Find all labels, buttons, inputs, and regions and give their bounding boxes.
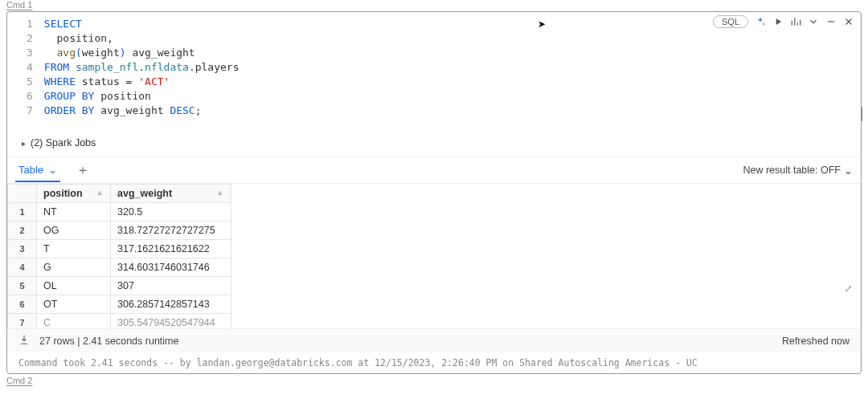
chevron-down-icon[interactable] bbox=[808, 16, 819, 27]
row-number: 5 bbox=[8, 277, 37, 295]
language-pill[interactable]: SQL bbox=[713, 15, 748, 28]
sort-icon: ▲ bbox=[216, 188, 224, 197]
code-editor[interactable]: 1 2 3 4 5 6 7 SELECT position, avg(weigh… bbox=[7, 12, 861, 132]
spark-jobs-toggle[interactable]: ▸ (2) Spark Jobs bbox=[7, 132, 861, 157]
sort-icon: ▲ bbox=[96, 188, 104, 197]
chart-icon[interactable] bbox=[790, 16, 801, 27]
cell-avg-weight: 317.1621621621622 bbox=[111, 240, 231, 258]
run-icon[interactable] bbox=[772, 16, 784, 27]
cell-position: G bbox=[37, 258, 111, 277]
next-cell-label: Cmd 2 bbox=[0, 376, 868, 387]
column-header-position[interactable]: position▲ bbox=[37, 185, 111, 203]
expand-icon[interactable]: ⤢ bbox=[844, 283, 853, 295]
table-row[interactable]: 5 OL 307 bbox=[8, 277, 231, 295]
table-row[interactable]: 7 C 305.54794520547944 bbox=[8, 314, 231, 329]
cell-position: T bbox=[37, 240, 111, 258]
chevron-down-icon: ⌄ bbox=[844, 165, 853, 177]
results-footer: 27 rows | 2.41 seconds runtime Refreshed… bbox=[7, 328, 861, 352]
assist-icon[interactable] bbox=[755, 16, 766, 27]
tab-table[interactable]: Table ⌄ bbox=[15, 159, 60, 182]
table-row[interactable]: 6 OT 306.2857142857143 bbox=[8, 295, 231, 314]
cell-position: OG bbox=[37, 222, 111, 240]
minimize-icon[interactable] bbox=[825, 16, 837, 27]
cell-avg-weight: 314.6031746031746 bbox=[111, 258, 231, 277]
code-content[interactable]: SELECT position, avg(weight) avg_weight … bbox=[44, 17, 861, 118]
results-table-container: position▲ avg_weight▲ 1 NT 320.52 OG 318… bbox=[7, 184, 861, 328]
cell-toolbar: SQL bbox=[713, 15, 854, 28]
cell-avg-weight: 306.2857142857143 bbox=[111, 295, 231, 314]
row-number: 2 bbox=[8, 222, 37, 240]
table-row[interactable]: 1 NT 320.5 bbox=[8, 203, 231, 222]
row-number: 6 bbox=[8, 295, 37, 314]
results-table: position▲ avg_weight▲ 1 NT 320.52 OG 318… bbox=[7, 184, 231, 328]
line-number-gutter: 1 2 3 4 5 6 7 bbox=[7, 17, 44, 118]
cell-avg-weight: 318.72727272727275 bbox=[111, 222, 231, 240]
table-header-row: position▲ avg_weight▲ bbox=[8, 185, 231, 203]
table-row[interactable]: 3 T 317.1621621621622 bbox=[8, 240, 231, 258]
column-header-avg-weight[interactable]: avg_weight▲ bbox=[111, 185, 231, 203]
command-meta: Command took 2.41 seconds -- by landan.g… bbox=[7, 352, 861, 373]
cell-position: NT bbox=[37, 203, 111, 222]
add-tab-button[interactable]: ＋ bbox=[72, 162, 94, 179]
download-icon[interactable] bbox=[18, 334, 30, 348]
close-icon[interactable] bbox=[843, 16, 854, 27]
cell-position: OT bbox=[37, 295, 111, 314]
chevron-down-icon: ⌄ bbox=[48, 164, 57, 176]
table-row[interactable]: 4 G 314.6031746031746 bbox=[8, 258, 231, 277]
resize-handle[interactable] bbox=[861, 107, 862, 121]
row-number: 4 bbox=[8, 258, 37, 277]
notebook-cell: ➤ SQL 1 2 3 4 5 6 7 bbox=[6, 11, 862, 374]
cell-label: Cmd 1 bbox=[0, 0, 868, 11]
results-tab-bar: Table ⌄ ＋ New result table: OFF ⌄ bbox=[7, 157, 861, 184]
row-number: 1 bbox=[8, 203, 37, 222]
refreshed-status: Refreshed now bbox=[782, 336, 850, 347]
results-summary: 27 rows | 2.41 seconds runtime bbox=[39, 336, 178, 347]
cell-avg-weight: 307 bbox=[111, 277, 231, 295]
caret-right-icon: ▸ bbox=[22, 139, 26, 148]
new-result-table-toggle[interactable]: New result table: OFF ⌄ bbox=[743, 165, 853, 177]
row-number: 3 bbox=[8, 240, 37, 258]
cell-position: OL bbox=[37, 277, 111, 295]
table-corner bbox=[8, 185, 37, 203]
table-row[interactable]: 2 OG 318.72727272727275 bbox=[8, 222, 231, 240]
spark-jobs-label: (2) Spark Jobs bbox=[31, 137, 96, 149]
cell-avg-weight: 320.5 bbox=[111, 203, 231, 222]
